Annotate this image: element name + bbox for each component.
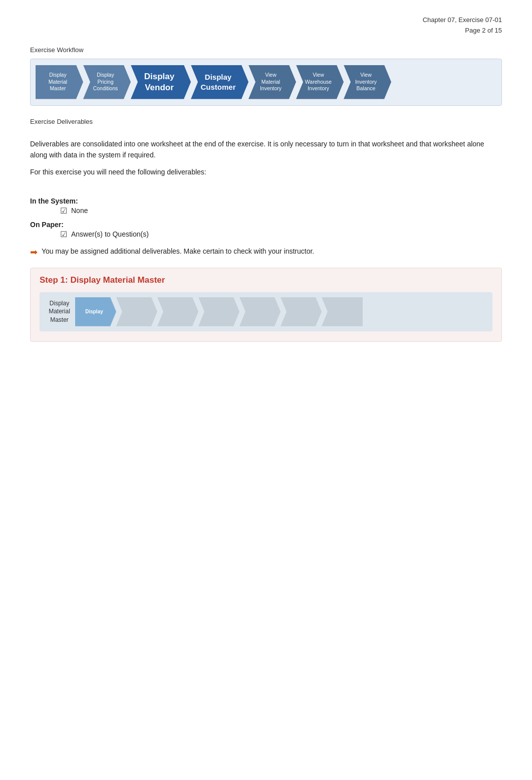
in-system-label: In the System: — [30, 197, 502, 205]
step-label-2: DisplayPricingConditions — [93, 72, 118, 92]
checkbox-icon-1: ☑ — [60, 206, 67, 216]
small-step-7[interactable] — [322, 297, 363, 326]
workflow-step-3[interactable]: DisplayVendor — [131, 65, 191, 99]
step-label-3: DisplayVendor — [144, 71, 174, 93]
small-step-bg-6 — [281, 297, 322, 326]
small-step-bg-5 — [239, 297, 281, 326]
step-label-4: DisplayCustomer — [200, 72, 235, 92]
small-step-2[interactable] — [116, 297, 157, 326]
small-step-label-1: Display — [85, 308, 103, 315]
workflow-step-6[interactable]: ViewWarehouseInventory — [296, 65, 344, 99]
small-step-bg-4 — [198, 297, 239, 326]
step-label-5: ViewMaterialInventory — [260, 72, 282, 92]
workflow-step-7[interactable]: ViewInventoryBalance — [344, 65, 391, 99]
on-paper-item: ☑ Answer(s) to Question(s) — [60, 230, 502, 239]
page-header: Chapter 07, Exercise 07-01 Page 2 of 15 — [30, 15, 502, 36]
workflow-step-2[interactable]: DisplayPricingConditions — [83, 65, 131, 99]
small-step-bg-7 — [322, 297, 363, 326]
in-system-value: None — [71, 207, 88, 215]
step1-title: Step 1: Display Material Master — [40, 275, 492, 285]
step-label-7: ViewInventoryBalance — [355, 72, 377, 92]
workflow-step-1[interactable]: DisplayMaterialMaster — [36, 65, 83, 99]
workflow-step-4[interactable]: DisplayCustomer — [191, 65, 248, 99]
step-label-1: DisplayMaterialMaster — [49, 72, 67, 92]
step1-workflow-steps: Display — [75, 297, 363, 326]
small-step-4[interactable] — [198, 297, 239, 326]
workflow-diagram: DisplayMaterialMaster DisplayPricingCond… — [30, 59, 502, 106]
deliverables-para2: For this exercise you will need the foll… — [30, 166, 502, 177]
arrow-note-text: You may be assigned additional deliverab… — [42, 247, 314, 255]
workflow-label: Exercise Workflow — [30, 46, 502, 54]
step-label-6: ViewWarehouseInventory — [305, 72, 332, 92]
chapter-info: Chapter 07, Exercise 07-01 — [30, 15, 502, 26]
checkbox-icon-2: ☑ — [60, 230, 67, 239]
small-step-5[interactable] — [239, 297, 281, 326]
on-paper-label: On Paper: — [30, 221, 502, 229]
workflow-step-5[interactable]: ViewMaterialInventory — [248, 65, 296, 99]
arrow-icon: ➡ — [30, 247, 38, 258]
page-info: Page 2 of 15 — [30, 26, 502, 36]
step1-sidebar-label: DisplayMaterialMaster — [46, 299, 73, 324]
small-step-1[interactable]: Display — [75, 297, 116, 326]
small-step-bg-3 — [157, 297, 198, 326]
small-step-3[interactable] — [157, 297, 198, 326]
in-system-item: ☑ None — [60, 206, 502, 216]
deliverables-label: Exercise Deliverables — [30, 118, 502, 125]
deliverables-para1: Deliverables are consolidated into one w… — [30, 138, 502, 161]
small-step-6[interactable] — [281, 297, 322, 326]
small-step-bg-2 — [116, 297, 157, 326]
arrow-note: ➡ You may be assigned additional deliver… — [30, 247, 502, 258]
step1-workflow: DisplayMaterialMaster Display — [40, 292, 492, 331]
step1-section: Step 1: Display Material Master DisplayM… — [30, 268, 502, 342]
on-paper-value: Answer(s) to Question(s) — [71, 230, 149, 238]
deliverables-section: Exercise Deliverables Deliverables are c… — [30, 118, 502, 258]
